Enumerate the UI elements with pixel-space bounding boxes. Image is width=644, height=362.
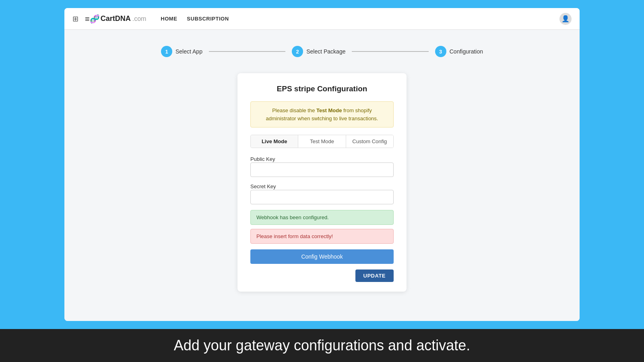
grid-icon[interactable]: ⊞: [72, 14, 78, 23]
step-line-1: [209, 51, 285, 52]
step-2-label: Select Package: [306, 48, 345, 55]
logo-icon: ≡🧬: [85, 14, 100, 24]
bottom-text: Add your gateway configurations and acti…: [0, 337, 644, 354]
update-button[interactable]: UPDATE: [355, 269, 394, 282]
config-webhook-button[interactable]: Config Webhook: [250, 249, 394, 264]
tab-test-mode[interactable]: Test Mode: [298, 135, 346, 148]
card-title: EPS stripe Configuration: [250, 84, 394, 93]
step-1-circle: 1: [161, 46, 172, 57]
public-key-input[interactable]: [250, 162, 394, 177]
success-message: Webhook has been configured.: [250, 210, 394, 225]
step-2-circle: 2: [292, 46, 303, 57]
warning-banner: Please disable the Test Mode from shopif…: [250, 101, 394, 128]
step-1-label: Select App: [175, 48, 202, 55]
public-key-label: Public Key: [250, 156, 275, 162]
button-row: UPDATE: [250, 269, 394, 282]
tab-custom-config[interactable]: Custom Config: [346, 135, 393, 148]
main-content: 1 Select App 2 Select Package 3 Configur…: [64, 30, 580, 321]
logo-suffix: .com: [132, 15, 147, 23]
tab-live-mode[interactable]: Live Mode: [251, 135, 298, 148]
nav-home[interactable]: HOME: [161, 16, 177, 22]
secret-key-input[interactable]: [250, 190, 394, 204]
error-message: Please insert form data correctly!: [250, 229, 394, 244]
user-avatar[interactable]: 👤: [559, 13, 572, 25]
warning-text-before: Please disable the: [272, 107, 316, 113]
nav-right: 👤: [559, 13, 572, 25]
mode-tabs: Live Mode Test Mode Custom Config: [250, 135, 394, 148]
nav-subscription[interactable]: SUBSCRIPTION: [187, 16, 229, 22]
step-3-label: Configuration: [450, 48, 483, 55]
stepper: 1 Select App 2 Select Package 3 Configur…: [161, 46, 483, 57]
step-line-2: [352, 51, 428, 52]
secret-key-label: Secret Key: [250, 183, 276, 189]
nav-links: HOME SUBSCRIPTION: [161, 16, 229, 22]
step-3: 3 Configuration: [435, 46, 483, 57]
step-3-circle: 3: [435, 46, 446, 57]
logo-text: CartDNA: [101, 14, 131, 23]
logo: ≡🧬 CartDNA.com: [85, 14, 146, 24]
configuration-card: EPS stripe Configuration Please disable …: [237, 73, 407, 292]
step-2: 2 Select Package: [292, 46, 345, 57]
navbar: ⊞ ≡🧬 CartDNA.com HOME SUBSCRIPTION 👤: [64, 8, 580, 30]
warning-highlight: Test Mode: [316, 107, 342, 113]
step-1: 1 Select App: [161, 46, 202, 57]
bottom-bar: Add your gateway configurations and acti…: [0, 329, 644, 362]
